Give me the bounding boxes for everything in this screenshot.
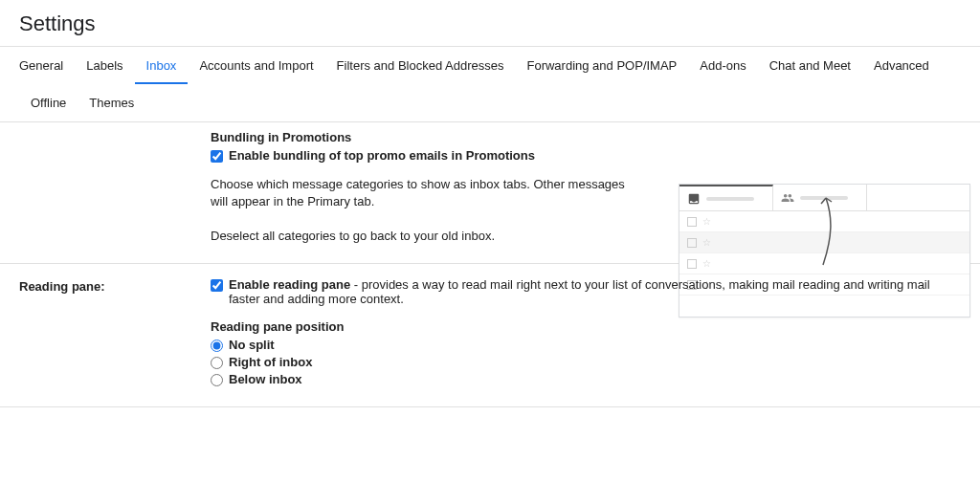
bundling-checkbox-label: Enable bundling of top promo emails in P…: [229, 148, 535, 163]
tab-advanced[interactable]: Advanced: [862, 47, 941, 84]
tab-general[interactable]: General: [19, 47, 75, 84]
inbox-icon: [687, 192, 701, 206]
section-label-empty: [0, 130, 211, 246]
preview-row: ☆: [679, 211, 969, 232]
reading-pane-option-right-of-inbox[interactable]: Right of inbox: [211, 355, 961, 369]
reading-pane-option-below-inbox[interactable]: Below inbox: [211, 372, 961, 386]
reading-pane-option-label: Below inbox: [229, 372, 302, 386]
bundling-heading: Bundling in Promotions: [211, 130, 961, 144]
tab-filters-and-blocked-addresses[interactable]: Filters and Blocked Addresses: [325, 47, 516, 84]
reading-pane-section: Reading pane: Enable reading pane - prov…: [0, 264, 980, 407]
reading-pane-enable-label: Enable reading pane: [229, 277, 350, 292]
tab-add-ons[interactable]: Add-ons: [688, 47, 757, 84]
preview-tab-social: [773, 185, 867, 210]
tab-labels[interactable]: Labels: [75, 47, 134, 84]
settings-content: Bundling in Promotions Enable bundling o…: [0, 122, 980, 407]
reading-pane-radio[interactable]: [211, 374, 223, 386]
preview-tabs: [679, 185, 969, 211]
reading-pane-radio[interactable]: [211, 357, 223, 369]
tab-accounts-and-import[interactable]: Accounts and Import: [188, 47, 324, 84]
settings-header: Settings: [0, 0, 980, 47]
bundling-desc2: Deselect all categories to go back to yo…: [211, 228, 632, 245]
bundling-body: Bundling in Promotions Enable bundling o…: [211, 130, 980, 246]
tab-inbox[interactable]: Inbox: [135, 47, 189, 84]
preview-row: ☆: [679, 232, 969, 253]
reading-pane-option-label: No split: [229, 338, 275, 352]
preview-row: ☆: [679, 253, 969, 274]
reading-pane-checkbox[interactable]: [211, 279, 223, 292]
tab-offline[interactable]: Offline: [19, 84, 78, 121]
tab-chat-and-meet[interactable]: Chat and Meet: [758, 47, 862, 84]
tab-themes[interactable]: Themes: [78, 84, 145, 121]
bundling-checkbox-row[interactable]: Enable bundling of top promo emails in P…: [211, 148, 961, 163]
tab-forwarding-and-pop-imap[interactable]: Forwarding and POP/IMAP: [515, 47, 688, 84]
people-icon: [781, 191, 794, 205]
preview-line: [706, 197, 754, 201]
preview-tab-primary: [679, 185, 773, 210]
settings-tabs: GeneralLabelsInboxAccounts and ImportFil…: [0, 47, 980, 122]
reading-pane-option-no-split[interactable]: No split: [211, 338, 961, 352]
reading-pane-enable-text: Enable reading pane - provides a way to …: [229, 277, 961, 306]
bundling-checkbox[interactable]: [211, 150, 223, 163]
reading-pane-body: Enable reading pane - provides a way to …: [211, 277, 980, 389]
reading-pane-radio[interactable]: [211, 340, 223, 352]
reading-pane-position-heading: Reading pane position: [211, 319, 961, 334]
page-title: Settings: [19, 11, 961, 36]
reading-pane-label: Reading pane:: [0, 277, 211, 389]
reading-pane-position-options: No splitRight of inboxBelow inbox: [211, 338, 961, 386]
bundling-section: Bundling in Promotions Enable bundling o…: [0, 122, 980, 264]
reading-pane-option-label: Right of inbox: [229, 355, 312, 369]
preview-line: [800, 196, 848, 200]
bundling-desc1: Choose which message categories to show …: [211, 176, 632, 210]
reading-pane-enable-row[interactable]: Enable reading pane - provides a way to …: [211, 277, 961, 306]
